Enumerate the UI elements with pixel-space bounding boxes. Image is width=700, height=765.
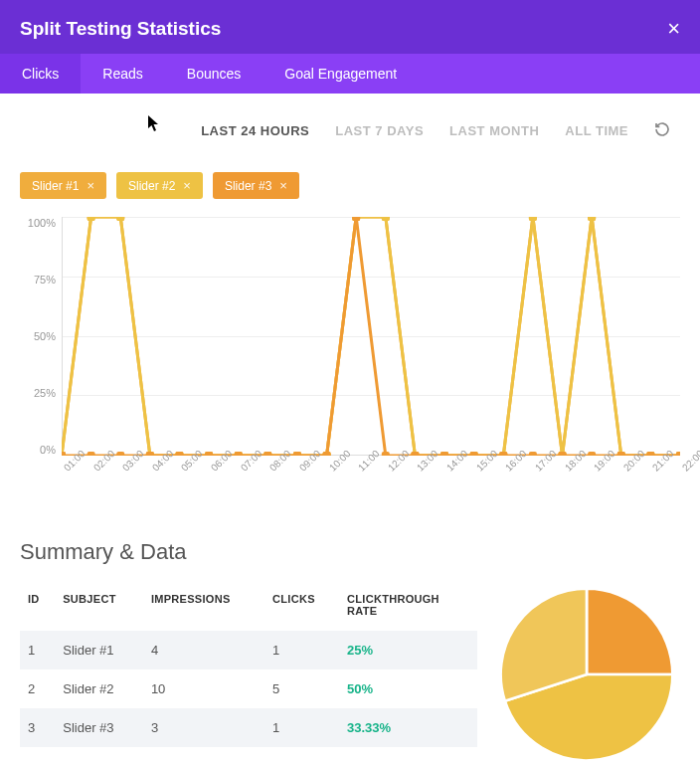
data-point	[676, 452, 680, 456]
cell-ctr: 50%	[339, 669, 477, 708]
cell-impressions: 10	[143, 669, 264, 708]
cell-clicks: 5	[264, 669, 339, 708]
x-axis: 01:0002:0003:0004:0005:0006:0007:0008:00…	[62, 458, 680, 495]
y-tick: 25%	[20, 387, 56, 399]
remove-icon[interactable]: ×	[183, 178, 191, 193]
metric-tabs: ClicksReadsBouncesGoal Engagement	[0, 54, 700, 94]
cell-id: 3	[20, 708, 55, 747]
data-point	[88, 217, 95, 221]
y-axis: 100%75%50%25%0%	[20, 217, 60, 456]
close-icon[interactable]: ×	[667, 18, 680, 40]
table-row: 2Slider #210550%	[20, 669, 477, 708]
data-point	[646, 452, 654, 456]
data-point	[146, 452, 154, 456]
reset-icon[interactable]	[654, 121, 670, 140]
y-tick: 100%	[20, 217, 56, 229]
data-point	[588, 217, 596, 221]
data-point	[617, 452, 625, 456]
col-header: SUBJECT	[55, 585, 143, 631]
col-header: CLICKS	[264, 585, 339, 631]
data-point	[263, 452, 271, 456]
cell-id: 1	[20, 631, 55, 669]
data-point	[529, 217, 537, 221]
time-range-all-time[interactable]: ALL TIME	[565, 123, 628, 138]
pie-slice	[587, 589, 672, 674]
data-point	[293, 452, 301, 456]
y-tick: 75%	[20, 274, 56, 286]
cell-ctr: 25%	[339, 631, 477, 669]
data-point	[382, 452, 390, 456]
table-row: 3Slider #33133.33%	[20, 708, 477, 747]
data-point	[588, 452, 596, 456]
cell-id: 2	[20, 669, 55, 708]
time-range-last-7-days[interactable]: LAST 7 DAYS	[335, 123, 424, 138]
time-range-last-24-hours[interactable]: LAST 24 HOURS	[201, 123, 309, 138]
data-point	[62, 452, 66, 456]
tab-goal-engagement[interactable]: Goal Engagement	[262, 54, 419, 94]
cell-subject: Slider #1	[55, 631, 143, 669]
modal-title: Split Testing Statistics	[20, 18, 221, 40]
data-point	[235, 452, 243, 456]
data-point	[499, 452, 507, 456]
x-tick: 22:00	[680, 448, 700, 473]
col-header: IMPRESSIONS	[143, 585, 264, 631]
time-range-last-month[interactable]: LAST MONTH	[449, 123, 539, 138]
y-tick: 50%	[20, 330, 56, 342]
cell-subject: Slider #3	[55, 708, 143, 747]
chip-label: Slider #1	[32, 179, 79, 193]
y-tick: 0%	[20, 444, 56, 456]
data-point	[205, 452, 213, 456]
col-header: CLICKTHROUGHRATE	[339, 585, 477, 631]
col-header: ID	[20, 585, 55, 631]
cell-clicks: 1	[264, 708, 339, 747]
chip-label: Slider #3	[225, 179, 271, 193]
summary-table: IDSUBJECTIMPRESSIONSCLICKSCLICKTHROUGHRA…	[20, 585, 477, 747]
data-point	[352, 217, 360, 221]
series-chip-2[interactable]: Slider #2×	[116, 172, 203, 199]
tab-clicks[interactable]: Clicks	[0, 54, 81, 94]
cell-subject: Slider #2	[55, 669, 143, 708]
chip-label: Slider #2	[128, 179, 175, 193]
tab-reads[interactable]: Reads	[81, 54, 164, 94]
data-point	[529, 452, 537, 456]
cell-impressions: 4	[143, 631, 264, 669]
data-point	[440, 452, 448, 456]
data-point	[88, 452, 95, 456]
chart-lines	[62, 217, 680, 456]
time-range-nav: LAST 24 HOURSLAST 7 DAYSLAST MONTHALL TI…	[20, 94, 680, 172]
tab-bounces[interactable]: Bounces	[165, 54, 262, 94]
modal-header: Split Testing Statistics ×	[0, 0, 700, 54]
pie-chart	[497, 585, 676, 764]
data-point	[116, 452, 124, 456]
cell-ctr: 33.33%	[339, 708, 477, 747]
data-point	[559, 452, 567, 456]
series-filter-chips: Slider #1×Slider #2×Slider #3×	[20, 172, 680, 199]
summary-heading: Summary & Data	[20, 539, 680, 565]
data-point	[116, 217, 124, 221]
cell-clicks: 1	[264, 631, 339, 669]
data-point	[411, 452, 419, 456]
remove-icon[interactable]: ×	[279, 178, 287, 193]
remove-icon[interactable]: ×	[87, 178, 94, 193]
data-point	[470, 452, 478, 456]
data-point	[323, 452, 331, 456]
line-chart: 100%75%50%25%0% 01:0002:0003:0004:0005:0…	[20, 217, 680, 495]
cell-impressions: 3	[143, 708, 264, 747]
table-row: 1Slider #14125%	[20, 631, 477, 669]
series-chip-1[interactable]: Slider #1×	[20, 172, 106, 199]
data-point	[382, 217, 390, 221]
data-point	[175, 452, 183, 456]
series-chip-3[interactable]: Slider #3×	[213, 172, 299, 199]
